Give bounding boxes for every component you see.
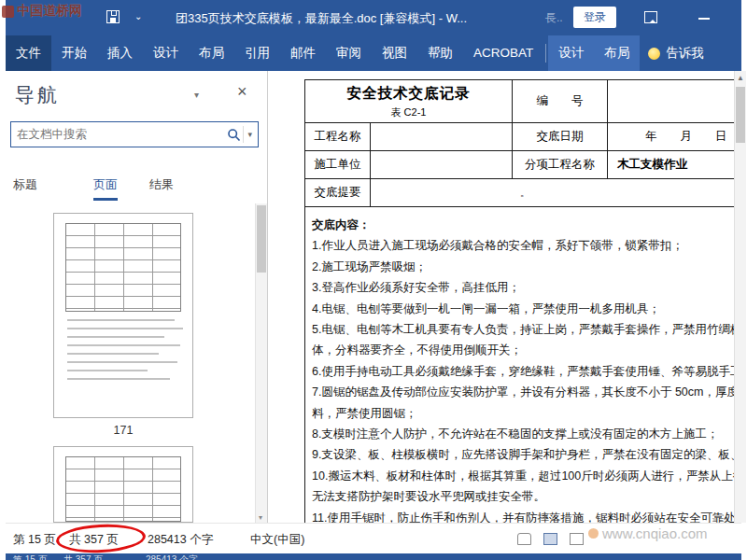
tab-acrobat[interactable]: ACROBAT — [463, 35, 543, 71]
page-thumbnail[interactable] — [53, 213, 193, 418]
navigation-pane-title: 导航 — [15, 82, 60, 108]
clipped-status-strip: 第 15 页 共 357 页 285413 个字 — [6, 553, 741, 560]
navigation-close-icon[interactable]: × — [237, 82, 247, 102]
tab-insert[interactable]: 插入 — [97, 35, 143, 71]
construction-unit-label: 施工单位 — [305, 151, 371, 179]
sub-project-value[interactable]: 木工支模作业 — [608, 151, 735, 179]
navigation-tabs: 标题 页面 结果 — [6, 172, 267, 200]
content-line: 7.圆锯的锯盘及传动部位应安装防护罩，并设有分料器，其长度不小于 50cm，厚度… — [312, 382, 734, 424]
lightbulb-icon — [648, 48, 660, 60]
language-indicator[interactable]: 中文(中国) — [250, 532, 304, 548]
tab-view[interactable]: 视图 — [372, 35, 417, 71]
document-scrollbar[interactable]: ▲ — [734, 71, 746, 523]
ribbon-tab-strip: 文件 开始 插入 设计 布局 引用 邮件 审阅 视图 帮助 ACROBAT 设计… — [6, 35, 741, 71]
search-icon[interactable] — [227, 128, 241, 142]
navigation-scrollbar-thumb[interactable] — [257, 205, 266, 273]
table-subtitle: 表 C2-1 — [305, 105, 512, 119]
sub-project-label: 分项工程名称 — [513, 151, 608, 179]
search-input[interactable] — [11, 128, 227, 141]
status-bar: 第 15 页 共 357 页 285413 个字 中文(中国) — [6, 523, 741, 553]
tab-table-layout[interactable]: 布局 — [594, 35, 640, 71]
content-line: 1.作业人员进入施工现场必须戴合格的安全帽，系好下颌带，锁紧带扣； — [312, 235, 734, 256]
page-thumbnail-next[interactable] — [53, 446, 193, 523]
search-divider — [243, 126, 244, 143]
clipped-word-count: 285413 个字 — [146, 553, 198, 560]
quick-access-dropdown-icon[interactable]: ⌄ — [134, 11, 142, 21]
view-mode-icons — [517, 533, 584, 545]
tab-home[interactable]: 开始 — [51, 35, 97, 71]
scroll-down-icon[interactable]: ▾ — [259, 513, 262, 522]
disclosure-date-value[interactable]: 年 月 日 — [608, 123, 735, 151]
disclosure-table: 安全技术交底记录 表 C2-1 编 号 工程名称 交底日期 年 月 日 施工单位… — [304, 79, 734, 207]
content-heading: 交底内容： — [312, 215, 734, 235]
brief-value[interactable]: 。 — [371, 179, 735, 207]
project-name-value[interactable] — [371, 123, 513, 151]
search-dropdown-icon[interactable]: ▾ — [247, 130, 252, 139]
thumbnail-table-sketch — [65, 456, 181, 522]
clipped-total-pages: 共 357 页 — [63, 553, 103, 560]
navigation-options-dropdown-icon[interactable]: ▾ — [194, 90, 199, 100]
project-name-label: 工程名称 — [305, 123, 371, 151]
navigation-pane: 导航 ▾ × ▾ 标题 页面 结果 — [6, 71, 268, 523]
tab-mailings[interactable]: 邮件 — [280, 35, 326, 71]
total-pages[interactable]: 共 357 页 — [69, 532, 119, 548]
content-line: 11.使用手锯时，防止伤手和伤别人，并有防摔落措施，锯料时必须站在安全可靠处。 — [312, 508, 734, 523]
content-line: 5.电锯、电刨等木工机具要有专人负责，持证上岗，严禁戴手套操作，严禁用竹绸板等材… — [312, 319, 734, 361]
content-line: 10.搬运木料、板材和柱体时，根据其算重，超过100斤时必须两人进行，严禁从上往… — [312, 466, 734, 508]
thumbnail-text-lines — [54, 319, 192, 380]
scroll-up-icon[interactable]: ▲ — [735, 71, 746, 85]
tab-layout[interactable]: 布局 — [189, 35, 234, 71]
number-label-cell: 编 号 — [513, 80, 608, 123]
document-scrollbar-thumb[interactable] — [736, 87, 745, 143]
document-search-box[interactable]: ▾ — [10, 121, 259, 147]
clipped-page-indicator: 第 15 页 — [13, 553, 48, 560]
nav-tab-headings[interactable]: 标题 — [13, 176, 37, 198]
word-count[interactable]: 285413 个字 — [148, 532, 213, 548]
page-indicator[interactable]: 第 15 页 — [13, 532, 56, 548]
content-line: 9.支设梁、板、柱模板横时，应先搭设脚手架和护身栏，严禁在没有固定的梁、板、柱上… — [312, 444, 734, 465]
content-line: 3.登高作业必须系好安全带，高挂低用； — [312, 277, 734, 298]
disclosure-content[interactable]: 交底内容： 1.作业人员进入施工现场必须戴合格的安全帽，系好下颌带，锁紧带扣； … — [304, 207, 734, 523]
minimize-icon[interactable] — [698, 18, 710, 20]
ribbon-divider — [545, 44, 546, 63]
disclosure-date-label: 交底日期 — [513, 123, 608, 151]
tell-me-box[interactable]: 告诉我 — [664, 35, 714, 71]
save-icon[interactable] — [106, 10, 120, 23]
content-line: 2.施工现场严禁吸烟； — [312, 257, 734, 277]
ribbon-display-options-icon[interactable] — [644, 11, 657, 23]
print-layout-icon[interactable] — [543, 533, 557, 545]
nav-tab-pages[interactable]: 页面 — [93, 176, 118, 201]
thumbnail-page-number: 171 — [53, 424, 193, 437]
tab-help[interactable]: 帮助 — [417, 35, 463, 71]
content-line: 8.支模时注意个人防护，不允许站在不稳固的支撑上或没有固定的木方上施工； — [312, 424, 734, 444]
thumbnail-table-sketch — [65, 223, 181, 312]
read-mode-icon[interactable] — [517, 533, 531, 545]
titlebar-watermark-fragment: 長.. — [545, 10, 563, 26]
web-layout-icon[interactable] — [570, 533, 584, 545]
word-window: ⌄ 团335页技术交底模板，最新最全.doc [兼容模式] - W... 長..… — [0, 0, 747, 560]
nav-tab-results[interactable]: 结果 — [149, 176, 174, 198]
tab-design[interactable]: 设计 — [143, 35, 189, 71]
tab-table-design[interactable]: 设计 — [548, 35, 594, 71]
title-bar: ⌄ 团335页技术交底模板，最新最全.doc [兼容模式] - W... 長..… — [6, 0, 741, 35]
construction-unit-value[interactable] — [371, 151, 513, 179]
document-page[interactable]: 安全技术交底记录 表 C2-1 编 号 工程名称 交底日期 年 月 日 施工单位… — [269, 71, 734, 523]
sign-in-button[interactable]: 登录 — [573, 7, 616, 28]
disclosure-record: 安全技术交底记录 表 C2-1 编 号 工程名称 交底日期 年 月 日 施工单位… — [304, 79, 734, 523]
table-title: 安全技术交底记录 — [305, 84, 512, 104]
navigation-scrollbar[interactable]: ▾ — [255, 203, 267, 523]
window-title: 团335页技术交底模板，最新最全.doc [兼容模式] - W... — [176, 10, 467, 27]
tab-references[interactable]: 引用 — [234, 35, 280, 71]
number-value-cell[interactable] — [608, 80, 735, 123]
brief-label: 交底提要 — [305, 179, 371, 207]
tab-review[interactable]: 审阅 — [326, 35, 372, 71]
tab-file[interactable]: 文件 — [6, 35, 51, 71]
content-line: 6.使用手持电动工具必须戴绝缘手套，穿绝缘鞋，严禁戴手套使用锤、斧等易脱手工具； — [312, 361, 734, 382]
table-title-cell: 安全技术交底记录 表 C2-1 — [305, 80, 513, 123]
content-line: 4.电锯、电刨等要做到一机一闸一漏一箱，严禁使用一机多用机具； — [312, 299, 734, 319]
